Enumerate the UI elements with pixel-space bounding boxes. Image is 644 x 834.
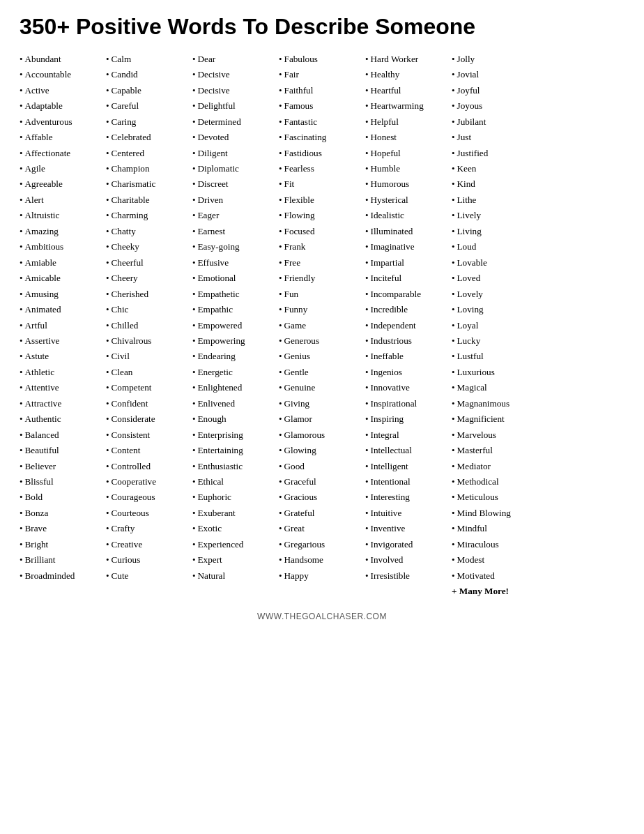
- word-label: Lucky: [457, 334, 481, 348]
- word-label: Integral: [371, 428, 399, 442]
- bullet-icon: •: [106, 177, 109, 191]
- word-label: Clean: [112, 365, 133, 379]
- bullet-icon: •: [452, 225, 455, 238]
- word-label: Ineffable: [371, 349, 404, 363]
- list-item: •Glamorous: [279, 428, 365, 442]
- word-label: Brilliant: [25, 553, 56, 567]
- bullet-icon: •: [20, 522, 23, 536]
- word-label: Jolly: [457, 52, 475, 66]
- bullet-icon: •: [452, 84, 455, 98]
- bullet-icon: •: [452, 52, 455, 66]
- bullet-icon: •: [20, 208, 23, 222]
- list-item: •Irresistible: [365, 569, 452, 583]
- bullet-icon: •: [365, 225, 369, 238]
- list-item: •Adventurous: [20, 115, 106, 129]
- list-item: •Heartwarming: [365, 99, 452, 113]
- word-label: Masterful: [457, 443, 493, 457]
- list-item: •Empathetic: [192, 287, 279, 301]
- list-item: •Jolly: [452, 52, 538, 66]
- word-label: Hysterical: [371, 193, 408, 207]
- list-item: •Amiable: [20, 256, 106, 270]
- bullet-icon: •: [20, 475, 23, 489]
- word-label: Loud: [457, 240, 477, 254]
- list-item: •Fascinating: [279, 130, 365, 144]
- word-label: Authentic: [25, 412, 61, 426]
- bullet-icon: •: [452, 460, 455, 473]
- bullet-icon: •: [20, 365, 23, 379]
- word-label: Animated: [25, 303, 61, 317]
- list-item: •Joyous: [452, 99, 538, 113]
- list-item: •Courageous: [106, 490, 192, 504]
- list-item: •Great: [279, 522, 365, 536]
- bullet-icon: •: [20, 506, 23, 520]
- bullet-icon: •: [192, 412, 196, 426]
- word-label: Kind: [457, 177, 475, 191]
- word-label: Fascinating: [284, 130, 327, 144]
- more-label: + Many More!: [452, 584, 538, 598]
- word-label: Ethical: [198, 475, 224, 489]
- word-label: Curious: [112, 553, 141, 567]
- word-label: Charismatic: [112, 177, 156, 191]
- word-label: Methodical: [457, 475, 499, 489]
- word-label: Controlled: [112, 460, 151, 473]
- list-item: •Incomparable: [365, 287, 452, 301]
- list-item: •Mediator: [452, 460, 538, 473]
- word-label: Involved: [371, 553, 404, 567]
- word-label: Funny: [284, 303, 308, 317]
- list-item: •Living: [452, 225, 538, 238]
- bullet-icon: •: [20, 225, 23, 238]
- word-label: Cheeky: [112, 240, 139, 254]
- bullet-icon: •: [20, 193, 23, 207]
- list-item: •Caring: [106, 115, 192, 129]
- bullet-icon: •: [452, 208, 455, 222]
- bullet-icon: •: [192, 490, 196, 504]
- list-item: •Beautiful: [20, 443, 106, 457]
- list-item: •Inspirational: [365, 397, 452, 411]
- word-label: Justified: [457, 146, 489, 160]
- bullet-icon: •: [20, 177, 23, 191]
- bullet-icon: •: [452, 522, 455, 536]
- list-item: •Lovely: [452, 287, 538, 301]
- list-item: •Endearing: [192, 349, 279, 363]
- bullet-icon: •: [192, 287, 196, 301]
- bullet-icon: •: [192, 225, 196, 238]
- column-3: •Dear•Decisive•Decisive•Delightful•Deter…: [192, 52, 279, 583]
- list-item: •Incredible: [365, 303, 452, 317]
- list-item: •Confident: [106, 397, 192, 411]
- word-label: Gregarious: [284, 538, 325, 552]
- word-label: Idealistic: [371, 208, 404, 222]
- list-item: •Emotional: [192, 271, 279, 285]
- bullet-icon: •: [106, 115, 109, 129]
- bullet-icon: •: [279, 271, 282, 285]
- word-label: Altruistic: [25, 208, 60, 222]
- bullet-icon: •: [20, 99, 23, 113]
- word-label: Caring: [112, 115, 137, 129]
- word-label: Heartful: [371, 84, 401, 98]
- list-item: •Chilled: [106, 319, 192, 333]
- list-item: •Charming: [106, 208, 192, 222]
- word-label: Chivalrous: [112, 334, 152, 348]
- bullet-icon: •: [452, 443, 455, 457]
- list-item: •Impartial: [365, 256, 452, 270]
- bullet-icon: •: [20, 130, 23, 144]
- list-item: •Helpful: [365, 115, 452, 129]
- word-label: Effusive: [198, 256, 229, 270]
- list-item: •Bonza: [20, 506, 106, 520]
- list-item: •Loyal: [452, 319, 538, 333]
- word-label: Earnest: [198, 225, 226, 238]
- word-label: Loyal: [457, 319, 479, 333]
- word-label: Innovative: [371, 381, 410, 395]
- list-item: •Exotic: [192, 522, 279, 536]
- list-item: •Giving: [279, 397, 365, 411]
- word-label: Determined: [198, 115, 241, 129]
- bullet-icon: •: [192, 381, 196, 395]
- bullet-icon: •: [106, 319, 109, 333]
- bullet-icon: •: [279, 412, 282, 426]
- list-item: •Gentle: [279, 365, 365, 379]
- word-label: Grateful: [284, 506, 315, 520]
- bullet-icon: •: [106, 271, 109, 285]
- bullet-icon: •: [106, 365, 109, 379]
- word-label: Inventive: [371, 522, 406, 536]
- bullet-icon: •: [20, 52, 23, 66]
- list-item: •Celebrated: [106, 130, 192, 144]
